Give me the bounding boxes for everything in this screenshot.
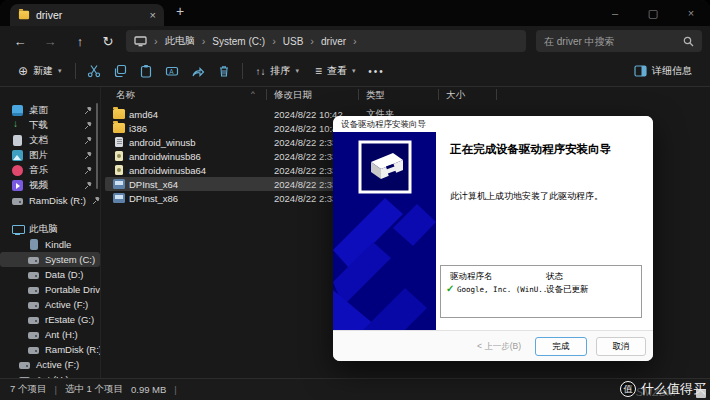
paste-icon (139, 64, 153, 78)
divider: | (54, 384, 56, 395)
new-label: 新建 (33, 64, 53, 78)
divider (242, 63, 243, 79)
sidebar-item-label: 音乐 (29, 164, 48, 177)
breadcrumb-driver[interactable]: driver (321, 36, 346, 47)
item-count: 7 个项目 (10, 383, 46, 396)
minimize-button[interactable]: – (596, 7, 634, 19)
sidebar-item-system-c[interactable]: System (C:) (0, 252, 100, 267)
column-header-date[interactable]: 修改日期 (274, 89, 312, 102)
forward-icon[interactable]: → (38, 30, 62, 52)
tab-close-icon[interactable]: × (150, 9, 156, 21)
sidebar-item-desktop[interactable]: 桌面 (0, 103, 100, 118)
refresh-icon[interactable]: ↻ (96, 30, 120, 52)
up-icon[interactable]: ↑ (68, 30, 92, 52)
chevron-down-icon: ▾ (58, 67, 62, 75)
drive-icon (28, 347, 39, 354)
sidebar-item-documents[interactable]: 文档 (0, 133, 100, 148)
sidebar-item-music[interactable]: 音乐 (0, 163, 100, 178)
column-header-name[interactable]: 名称 (116, 89, 135, 102)
back-icon[interactable]: ← (8, 30, 32, 52)
sidebar-item-portable-drive[interactable]: Portable Drive (0, 282, 100, 297)
copy-icon (113, 64, 127, 78)
sidebar-item-label: Portable Drive (45, 284, 100, 295)
sidebar-item-pictures[interactable]: 图片 (0, 148, 100, 163)
tab-driver[interactable]: driver × (10, 4, 164, 26)
driver-status: 设备已更新 (546, 284, 589, 296)
tab-bar: driver × + – ▢ × (0, 0, 710, 26)
cancel-button[interactable]: 取消 (596, 337, 646, 356)
new-button[interactable]: ⊕ 新建 ▾ (10, 59, 70, 83)
file-date: 2024/8/22 2:33 (274, 137, 337, 148)
pin-icon (84, 152, 92, 160)
search-input[interactable] (544, 36, 683, 47)
document-file-icon (115, 137, 123, 147)
window-controls: – ▢ × (596, 0, 710, 26)
sort-label: 排序 (271, 64, 291, 78)
delete-button[interactable] (211, 59, 237, 83)
breadcrumb-usb[interactable]: USB (283, 36, 304, 47)
rename-button[interactable]: A (159, 59, 185, 83)
driver-status-table: 驱动程序名 状态 ✓ Google, Inc. (WinU.. 设备已更新 (440, 265, 642, 318)
smzdm-logo-icon: 值 (620, 381, 636, 397)
chevron-icon: › (310, 35, 314, 47)
sidebar-item-ramdisk-r[interactable]: RamDisk (R:) (0, 342, 100, 357)
pin-icon (84, 122, 92, 130)
address-bar: ← → ↑ ↻ › 此电脑 › System (C:) › USB › driv… (0, 26, 710, 56)
command-bar: ⊕ 新建 ▾ (0, 56, 710, 87)
paste-button[interactable] (133, 59, 159, 83)
search-icon (683, 36, 694, 47)
sidebar-item-data-d[interactable]: Data (D:) (0, 267, 100, 282)
sidebar-item-ramdisk[interactable]: RamDisk (R:) (0, 193, 100, 208)
device-icon (30, 239, 38, 250)
copy-button[interactable] (107, 59, 133, 83)
sidebar-item-active-f-2[interactable]: Active (F:) (0, 357, 100, 372)
column-divider[interactable] (438, 89, 439, 100)
drive-icon (28, 332, 39, 339)
sidebar-item-restate-g[interactable]: rEstate (G:) (0, 312, 100, 327)
cut-button[interactable] (81, 59, 107, 83)
pin-icon (84, 137, 92, 145)
details-pane-button[interactable]: 详细信息 (626, 59, 700, 83)
sidebar-item-active-f[interactable]: Active (F:) (0, 297, 100, 312)
sidebar-item-videos[interactable]: 视频 (0, 178, 100, 193)
column-divider[interactable] (496, 89, 497, 100)
sidebar-item-this-pc[interactable]: 此电脑 (0, 222, 100, 237)
sidebar-item-downloads[interactable]: 下载 (0, 118, 100, 133)
status-bar: 7 个项目 | 选中 1 个项目 0.99 MB | (0, 378, 710, 400)
documents-icon (13, 135, 22, 146)
sort-button[interactable]: ↑↓ 排序 ▾ (248, 59, 308, 83)
breadcrumb-system-c[interactable]: System (C:) (212, 36, 265, 47)
file-name: android_winusb (129, 137, 196, 148)
new-tab-button[interactable]: + (176, 3, 184, 19)
column-divider[interactable] (358, 89, 359, 100)
sidebar-item-label: Ant (H:) (45, 329, 78, 340)
maximize-button[interactable]: ▢ (634, 7, 672, 20)
sidebar-item-label: 下载 (29, 119, 48, 132)
column-divider[interactable] (266, 89, 267, 100)
view-icon: ≡ (315, 64, 322, 78)
sidebar-item-ant-h[interactable]: Ant (H:) (0, 327, 100, 342)
view-label: 查看 (327, 64, 347, 78)
column-header-type[interactable]: 类型 (366, 89, 385, 102)
share-button[interactable] (185, 59, 211, 83)
explorer-window: driver × + – ▢ × ← → ↑ ↻ › 此电脑 › System … (0, 0, 710, 400)
file-date: 2024/8/22 10:42 (274, 109, 343, 120)
pin-icon (92, 197, 100, 205)
breadcrumb-this-pc[interactable]: 此电脑 (165, 34, 195, 48)
sidebar-scrollbar[interactable] (96, 103, 98, 189)
finish-button[interactable]: 完成 (535, 337, 587, 356)
setup-information-icon (115, 165, 123, 175)
close-button[interactable]: × (672, 7, 710, 19)
folder-icon (113, 109, 125, 119)
navigation-pane: 桌面 下载 文档 图片 音乐 (0, 87, 100, 378)
music-icon (12, 165, 23, 176)
file-date: 2024/8/22 2:33 (274, 165, 337, 176)
pin-icon (84, 182, 92, 190)
column-driver-name: 驱动程序名 (450, 271, 493, 283)
more-button[interactable]: ••• (364, 59, 390, 83)
sidebar-item-kindle[interactable]: Kindle (0, 237, 100, 252)
column-header-size[interactable]: 大小 (446, 89, 465, 102)
downloads-icon (12, 120, 23, 131)
application-icon (113, 193, 125, 203)
view-button[interactable]: ≡ 查看 ▾ (307, 59, 364, 83)
